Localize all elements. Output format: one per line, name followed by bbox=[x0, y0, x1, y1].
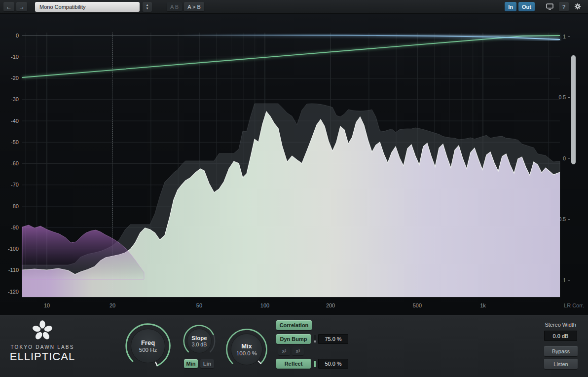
forward-icon: → bbox=[19, 3, 25, 10]
stepper-down-icon: ▼ bbox=[146, 7, 149, 10]
x-cubed-button[interactable]: x³ bbox=[292, 347, 304, 355]
output-gain-button[interactable]: Out bbox=[518, 2, 535, 11]
mix-knob-value: 100.0 % bbox=[236, 350, 257, 356]
settings-button[interactable] bbox=[571, 2, 585, 11]
branding: TOKYO DAWN LABS ELLIPTICAL bbox=[7, 319, 78, 363]
db-axis-label: -100 bbox=[8, 246, 19, 252]
freq-axis-label: 20 bbox=[110, 302, 115, 308]
stereo-width-label: Stereo Width bbox=[545, 322, 576, 328]
corr-axis-label: -1 bbox=[561, 277, 566, 283]
reflect-meter-fill bbox=[314, 361, 316, 367]
db-axis-label: -120 bbox=[8, 289, 19, 295]
lr-corr-label: LR Corr. bbox=[564, 302, 584, 308]
min-phase-button[interactable]: Min bbox=[184, 359, 198, 368]
back-icon: ← bbox=[6, 3, 12, 10]
db-axis-label: -70 bbox=[11, 182, 19, 188]
slope-knob-value: 3.0 dB bbox=[192, 341, 207, 347]
freq-knob-value: 500 Hz bbox=[139, 347, 157, 353]
freq-axis-label: 200 bbox=[326, 302, 335, 308]
gear-icon bbox=[574, 3, 581, 11]
freq-axis-label: 10 bbox=[44, 302, 50, 308]
corr-axis-label: 1 bbox=[563, 34, 566, 39]
input-gain-button[interactable]: In bbox=[505, 2, 516, 11]
stepper-up-icon: ▲ bbox=[146, 3, 149, 6]
control-panel: TOKYO DAWN LABS ELLIPTICAL Freq 500 Hz S… bbox=[0, 315, 588, 377]
bypass-button[interactable]: Bypass bbox=[544, 346, 578, 356]
db-axis-label: -110 bbox=[8, 267, 19, 273]
dyn-bump-button[interactable]: Dyn Bump bbox=[276, 334, 311, 344]
reflect-meter bbox=[314, 360, 316, 367]
preset-stepper[interactable]: ▲ ▼ bbox=[143, 2, 152, 12]
freq-axis-label: 50 bbox=[196, 302, 202, 308]
slope-knob[interactable]: Slope 3.0 dB bbox=[183, 324, 216, 358]
toolbar: ← → Mono Compatibility ▲ ▼ A B A > B In … bbox=[0, 0, 588, 14]
db-axis-label: -20 bbox=[11, 75, 19, 81]
spectrum-analyzer-area: 0-10-20-30-40-50-60-70-80-90-100-110-120… bbox=[0, 14, 588, 315]
mix-knob[interactable]: Mix 100.0 % bbox=[225, 328, 268, 371]
help-button[interactable]: ? bbox=[559, 2, 569, 11]
db-axis-label: 0 bbox=[16, 33, 19, 38]
db-axis-label: -10 bbox=[11, 54, 19, 60]
dyn-bump-meter-fill bbox=[314, 340, 316, 342]
stereo-width-value[interactable]: 0.0 dB bbox=[544, 331, 577, 341]
company-name: TOKYO DAWN LABS bbox=[7, 344, 78, 350]
freq-knob[interactable]: Freq 500 Hz bbox=[124, 322, 172, 370]
display-mode-button[interactable] bbox=[543, 2, 557, 11]
dyn-bump-meter bbox=[314, 335, 316, 342]
reflect-value[interactable]: 50.0 % bbox=[318, 359, 348, 369]
db-axis-label: -80 bbox=[11, 203, 19, 209]
db-axis-label: -60 bbox=[11, 160, 19, 166]
dyn-bump-value[interactable]: 75.0 % bbox=[318, 334, 348, 344]
slope-knob-label: Slope bbox=[191, 335, 207, 341]
freq-axis-label: 500 bbox=[413, 302, 422, 308]
preset-label: Mono Compatibility bbox=[39, 4, 86, 10]
correlation-button[interactable]: Correlation bbox=[276, 320, 312, 330]
monitor-icon bbox=[546, 3, 553, 10]
listen-button[interactable]: Listen bbox=[544, 359, 578, 369]
ab-compare-button[interactable]: A B bbox=[167, 2, 182, 11]
copy-a-to-b-button[interactable]: A > B bbox=[184, 2, 204, 11]
lr-corr-scrollbar[interactable] bbox=[571, 55, 576, 164]
freq-knob-label: Freq bbox=[141, 339, 155, 346]
forward-button[interactable]: → bbox=[16, 2, 27, 11]
db-axis-label: -50 bbox=[11, 139, 19, 145]
db-axis-label: -30 bbox=[11, 96, 19, 102]
db-axis-label: -40 bbox=[11, 118, 19, 124]
tokyo-dawn-labs-logo bbox=[30, 319, 55, 342]
freq-axis-label: 1k bbox=[480, 302, 486, 308]
reflect-button[interactable]: Reflect bbox=[276, 359, 311, 369]
product-name: ELLIPTICAL bbox=[7, 350, 78, 363]
back-button[interactable]: ← bbox=[3, 2, 14, 11]
corr-axis-label: 0.5 bbox=[558, 94, 566, 100]
spectrum-analyzer: 0-10-20-30-40-50-60-70-80-90-100-110-120… bbox=[0, 14, 588, 315]
db-axis-label: -90 bbox=[11, 225, 19, 230]
mix-knob-label: Mix bbox=[241, 342, 252, 350]
freq-axis-label: 100 bbox=[260, 302, 269, 308]
linear-phase-button[interactable]: Lin bbox=[200, 359, 214, 368]
x-squared-button[interactable]: x² bbox=[278, 347, 290, 355]
preset-selector[interactable]: Mono Compatibility bbox=[35, 2, 140, 12]
corr-axis-label: 0 bbox=[563, 155, 566, 161]
